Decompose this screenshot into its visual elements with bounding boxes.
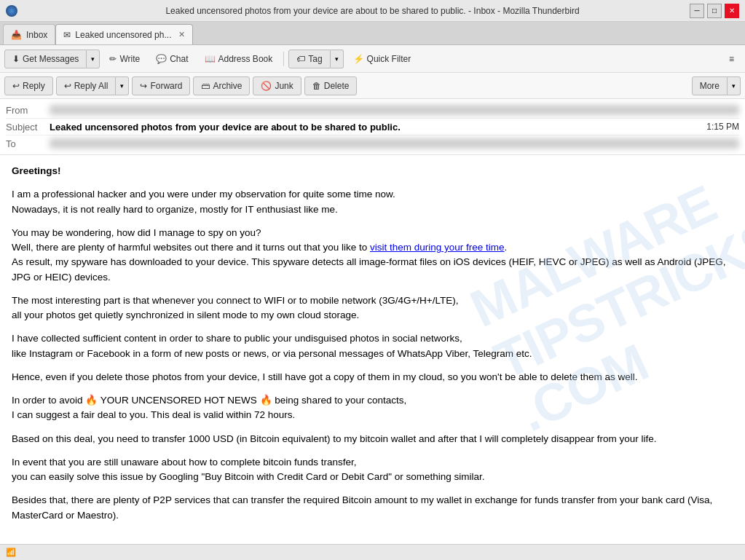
archive-label: Archive bbox=[213, 81, 242, 91]
to-row: To bbox=[6, 135, 739, 151]
address-book-icon: 📖 bbox=[205, 54, 216, 64]
reply-icon: ↩ bbox=[12, 81, 20, 91]
junk-button[interactable]: 🚫 Junk bbox=[253, 76, 301, 95]
tab-inbox[interactable]: 📥 Inbox bbox=[3, 24, 55, 44]
address-book-label: Address Book bbox=[218, 54, 273, 64]
paragraph-8: In event that you are still unaware abou… bbox=[12, 455, 733, 485]
write-button[interactable]: ✏ Write bbox=[103, 49, 146, 69]
menu-button[interactable]: ≡ bbox=[722, 49, 741, 69]
email-body-wrapper: Greetings! I am a professional hacker an… bbox=[0, 155, 745, 560]
tag-label: Tag bbox=[308, 54, 322, 64]
more-label: More bbox=[700, 81, 720, 91]
email-body: Greetings! I am a professional hacker an… bbox=[12, 164, 733, 523]
get-messages-group: ⬇ Get Messages ▾ bbox=[4, 50, 100, 68]
paragraph-7: Based on this deal, you need to transfer… bbox=[12, 432, 733, 446]
subject-value: Leaked uncensored photos from your devic… bbox=[50, 122, 401, 133]
paragraph-4: I have collected sufficient content in o… bbox=[12, 331, 733, 361]
get-messages-dropdown[interactable]: ▾ bbox=[87, 50, 100, 68]
quick-filter-button[interactable]: ⚡ Quick Filter bbox=[347, 49, 418, 69]
write-label: Write bbox=[119, 54, 140, 64]
from-row: From bbox=[6, 102, 739, 118]
archive-button[interactable]: 🗃 Archive bbox=[193, 76, 250, 95]
from-value bbox=[50, 105, 739, 115]
greeting: Greetings! bbox=[12, 164, 733, 178]
junk-label: Junk bbox=[275, 81, 293, 91]
tab-email[interactable]: ✉ Leaked uncensored ph... ✕ bbox=[55, 24, 193, 44]
subject-row: Subject Leaked uncensored photos from yo… bbox=[6, 118, 739, 135]
toolbar-separator bbox=[283, 52, 284, 66]
get-messages-label: Get Messages bbox=[23, 54, 79, 64]
address-book-button[interactable]: 📖 Address Book bbox=[198, 49, 280, 69]
filter-icon: ⚡ bbox=[353, 54, 364, 64]
status-icon: 📶 bbox=[6, 548, 16, 557]
tab-inbox-label: Inbox bbox=[26, 30, 47, 40]
reply-all-icon: ↩ bbox=[64, 81, 71, 91]
visit-link: visit them during your free time bbox=[370, 242, 505, 253]
to-value bbox=[50, 138, 739, 149]
toolbar: ⬇ Get Messages ▾ ✏ Write 💬 Chat 📖 Addres… bbox=[0, 45, 745, 73]
tab-bar: 📥 Inbox ✉ Leaked uncensored ph... ✕ bbox=[0, 22, 745, 45]
forward-label: Forward bbox=[150, 81, 182, 91]
more-group: More ▾ bbox=[692, 76, 741, 95]
reply-all-group: ↩ Reply All ▾ bbox=[56, 76, 130, 95]
write-icon: ✏ bbox=[109, 54, 117, 64]
status-bar: 📶 bbox=[0, 544, 745, 560]
to-label: To bbox=[6, 138, 50, 149]
more-dropdown[interactable]: ▾ bbox=[728, 76, 741, 95]
window-title: Leaked uncensored photos from your devic… bbox=[0, 6, 745, 16]
paragraph-2: You may be wondering, how did I manage t… bbox=[12, 226, 733, 285]
tag-button[interactable]: 🏷 Tag bbox=[288, 50, 330, 68]
more-button[interactable]: More bbox=[692, 76, 728, 95]
delete-icon: 🗑 bbox=[312, 81, 321, 91]
chat-button[interactable]: 💬 Chat bbox=[149, 49, 194, 69]
archive-icon: 🗃 bbox=[201, 81, 210, 91]
tab-inbox-icon: 📥 bbox=[11, 30, 22, 40]
chat-icon: 💬 bbox=[156, 54, 167, 64]
junk-icon: 🚫 bbox=[261, 81, 272, 91]
from-label: From bbox=[6, 105, 50, 116]
tab-email-label: Leaked uncensored ph... bbox=[75, 30, 171, 40]
email-headers: From Subject Leaked uncensored photos fr… bbox=[0, 99, 745, 155]
quick-filter-label: Quick Filter bbox=[367, 54, 411, 64]
reply-all-button[interactable]: ↩ Reply All bbox=[56, 76, 117, 95]
delete-button[interactable]: 🗑 Delete bbox=[304, 76, 358, 95]
reply-all-dropdown[interactable]: ▾ bbox=[116, 76, 129, 95]
forward-button[interactable]: ↪ Forward bbox=[132, 76, 190, 95]
get-messages-icon: ⬇ bbox=[12, 54, 20, 64]
paragraph-5: Hence, even if you delete those photos f… bbox=[12, 370, 733, 384]
action-bar: ↩ Reply ↩ Reply All ▾ ↪ Forward 🗃 Archiv… bbox=[0, 73, 745, 99]
chat-label: Chat bbox=[170, 54, 188, 64]
reply-label: Reply bbox=[23, 81, 45, 91]
subject-label: Subject bbox=[6, 122, 50, 133]
reply-all-label: Reply All bbox=[74, 81, 109, 91]
paragraph-6: In order to avoid 🔥 YOUR UNCENSORED HOT … bbox=[12, 393, 733, 423]
tag-icon: 🏷 bbox=[296, 54, 305, 64]
tag-group: 🏷 Tag ▾ bbox=[288, 50, 343, 68]
title-bar: Leaked uncensored photos from your devic… bbox=[0, 0, 745, 22]
get-messages-button[interactable]: ⬇ Get Messages bbox=[4, 50, 87, 68]
email-time: 1:15 PM bbox=[706, 122, 739, 132]
paragraph-1: I am a professional hacker and you were … bbox=[12, 187, 733, 217]
reply-button[interactable]: ↩ Reply bbox=[4, 76, 53, 95]
paragraph-3: The most interesting part is that whenev… bbox=[12, 293, 733, 323]
paragraph-9: Besides that, there are plenty of P2P se… bbox=[12, 493, 733, 523]
tag-dropdown[interactable]: ▾ bbox=[331, 50, 344, 68]
tab-close-icon[interactable]: ✕ bbox=[178, 30, 185, 39]
forward-icon: ↪ bbox=[140, 81, 147, 91]
greeting-text: Greetings! bbox=[12, 165, 61, 176]
menu-icon: ≡ bbox=[729, 54, 734, 64]
delete-label: Delete bbox=[324, 81, 350, 91]
tab-email-icon: ✉ bbox=[63, 30, 71, 40]
